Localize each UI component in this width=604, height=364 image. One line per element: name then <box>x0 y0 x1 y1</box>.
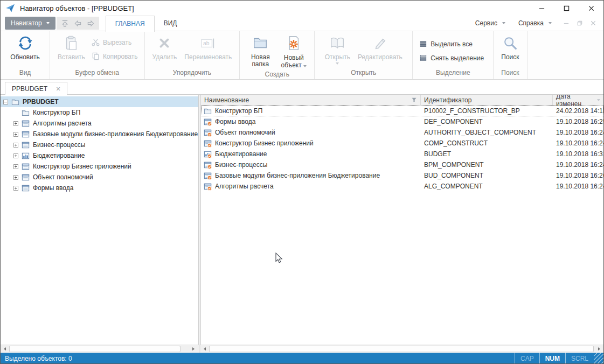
group-label: Выделение <box>413 68 493 79</box>
mdi-close-icon[interactable] <box>591 20 596 26</box>
tree-item[interactable]: Конструктор БП <box>1 107 198 118</box>
paste-button[interactable]: Вставить <box>54 34 89 62</box>
forward-icon[interactable] <box>87 19 95 27</box>
ribbon-group-clipboard: Вставить Вырезать Копировать Буфер обмен… <box>50 31 145 79</box>
mdi-restore-icon[interactable] <box>577 20 582 26</box>
column-header-id[interactable]: Идентификатор <box>421 95 553 105</box>
tree-item[interactable]: Объект полномочий <box>1 172 198 183</box>
table-row[interactable]: Конструктор Бизнес приложений COMP_CONST… <box>201 138 603 149</box>
group-label: Создать <box>240 70 314 79</box>
selection-count: Выделено объектов: 0 <box>5 355 72 362</box>
chevron-down-icon <box>336 62 339 65</box>
scroll-right-icon[interactable] <box>595 345 603 353</box>
table-row[interactable]: Алгоритмы расчета ALG_COMPONENT 19.10.20… <box>201 181 603 192</box>
tab-home[interactable]: ГЛАВНАЯ <box>106 16 155 32</box>
scroll-left-icon[interactable] <box>1 345 9 353</box>
cut-button[interactable]: Вырезать <box>89 37 141 47</box>
navigator-menu-button[interactable]: Навигатор <box>5 17 55 30</box>
select-all-button[interactable]: Выделить все <box>416 39 487 49</box>
component-icon <box>22 184 30 192</box>
title-bar: Навигатор объектов - [PPBUDGET] <box>1 1 603 16</box>
expand-icon[interactable] <box>13 153 18 158</box>
table-row[interactable]: Базовые модули бизнес-приложения Бюджети… <box>201 170 603 181</box>
budget-icon <box>22 152 30 160</box>
group-label: Поиск <box>494 68 526 79</box>
expand-icon[interactable] <box>13 175 18 180</box>
ribbon-group-selection: Выделить все Снять выделение Выделение <box>413 31 494 79</box>
tree-item[interactable]: Базовые модули бизнес-приложения Бюджети… <box>1 129 198 139</box>
scrollbar-thumb[interactable] <box>9 346 180 352</box>
expand-icon[interactable] <box>13 186 18 191</box>
menu-row: Навигатор ГЛАВНАЯ ВИД Сервис Справка <box>1 16 603 31</box>
table-row[interactable]: Бюджетирование BUDGET 19.10.2018 16:31 <box>201 149 603 159</box>
expand-icon[interactable] <box>13 164 18 169</box>
table-row[interactable]: Конструктор БП P10002_F_CONSTRUCTOR_BP 2… <box>201 106 603 116</box>
table-row[interactable]: Бизнес-процессы BPM_COMPONENT 19.10.2018… <box>201 159 603 170</box>
nav-arrows <box>57 17 99 30</box>
ribbon-group-search: Поиск Поиск <box>494 31 527 79</box>
search-button[interactable]: Поиск <box>497 34 523 62</box>
help-menu[interactable]: Справка <box>512 19 558 27</box>
delete-icon <box>156 35 172 51</box>
filter-icon[interactable] <box>411 97 417 103</box>
table-horizontal-scrollbar[interactable] <box>200 345 603 353</box>
app-logo-icon <box>5 3 15 13</box>
tab-view[interactable]: ВИД <box>155 16 186 31</box>
expand-icon[interactable] <box>13 132 18 137</box>
deselect-button[interactable]: Снять выделение <box>416 53 487 63</box>
tree-item[interactable]: PPBUDGET <box>1 96 198 107</box>
refresh-icon <box>17 35 33 51</box>
group-label: Открыть <box>315 68 412 79</box>
back-icon[interactable] <box>74 19 82 27</box>
new-object-button[interactable]: Новый объект <box>277 34 310 70</box>
minimize-button[interactable] <box>529 1 554 16</box>
component-check-icon <box>204 183 212 191</box>
group-label: Буфер обмена <box>50 68 144 79</box>
table-row[interactable]: Формы ввода DEF_COMPONENT 19.10.2018 16:… <box>201 116 603 127</box>
scroll-lock-indicator: SCRL <box>565 353 594 364</box>
deselect-icon <box>419 54 427 62</box>
expand-icon[interactable] <box>13 121 18 126</box>
edit-button[interactable]: Редактировать <box>354 34 406 62</box>
copy-button[interactable]: Копировать <box>89 51 141 61</box>
tree-item[interactable]: Бизнес-процессы <box>1 139 198 150</box>
object-tree: PPBUDGET Конструктор БП Алгоритмы расчет… <box>1 95 199 345</box>
mdi-minimize-icon[interactable] <box>564 20 569 26</box>
delete-button[interactable]: Удалить <box>149 34 181 62</box>
edit-icon <box>372 35 388 51</box>
new-folder-button[interactable]: Новая папка <box>244 34 277 69</box>
tree-item[interactable]: Формы ввода <box>1 183 198 193</box>
refresh-button[interactable]: Обновить <box>6 34 43 62</box>
scrollbar-thumb[interactable] <box>209 346 594 352</box>
num-lock-indicator: NUM <box>539 353 565 364</box>
column-header-date[interactable]: Дата изменен <box>553 95 603 105</box>
object-table: Наименование Идентификатор Дата изменен … <box>200 95 603 345</box>
rename-button[interactable]: Переименовать <box>180 34 235 62</box>
mouse-cursor-icon <box>274 253 284 264</box>
folder-icon <box>204 107 212 115</box>
service-menu[interactable]: Сервис <box>469 19 512 27</box>
collapse-icon[interactable] <box>3 100 8 104</box>
expand-icon[interactable] <box>13 143 18 148</box>
table-row[interactable]: Объект полномочий AUTHORITY_OBJECT_COMPO… <box>201 127 603 138</box>
column-header-name[interactable]: Наименование <box>201 95 421 105</box>
open-button[interactable]: Открыть <box>321 34 354 66</box>
scrollbar-row <box>1 345 603 353</box>
scroll-right-icon[interactable] <box>189 345 198 353</box>
resize-grip[interactable] <box>594 353 603 364</box>
chevron-down-icon <box>502 22 505 24</box>
tree-item[interactable]: Бюджетирование <box>1 150 198 161</box>
search-icon <box>502 35 518 51</box>
tree-item[interactable]: Конструктор Бизнес приложений <box>1 161 198 172</box>
component-icon <box>22 130 30 138</box>
up-to-top-icon[interactable] <box>61 19 69 27</box>
tree-item[interactable]: Алгоритмы расчета <box>1 118 198 129</box>
maximize-button[interactable] <box>554 1 579 16</box>
scroll-left-icon[interactable] <box>200 345 209 353</box>
tab-close-icon[interactable] <box>56 85 60 93</box>
doc-tab-ppbudget[interactable]: PPBUDGET <box>5 82 67 95</box>
tree-horizontal-scrollbar[interactable] <box>1 345 199 353</box>
component-icon <box>22 120 30 128</box>
component-check-icon <box>204 172 212 180</box>
close-button[interactable] <box>579 1 603 16</box>
